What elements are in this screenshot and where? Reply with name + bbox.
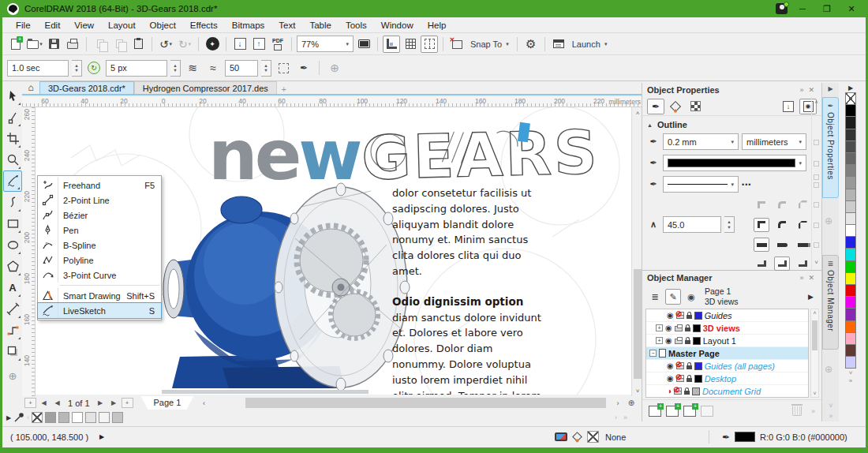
snap-off-button[interactable] (448, 36, 466, 53)
layer-name[interactable]: Layout 1 (703, 336, 736, 346)
menu-window[interactable]: Window (374, 17, 421, 33)
layer-row-layout-1[interactable]: + ◉ Layout 1 (646, 335, 808, 347)
outline-width-combo[interactable]: 0.2 mm ▾ (663, 133, 739, 150)
expand-icon[interactable]: + (656, 324, 663, 331)
scroll-to-section-button[interactable]: ↓ (780, 99, 797, 114)
color-swatch[interactable] (85, 412, 96, 423)
pick-tool[interactable] (3, 85, 22, 107)
timer-field[interactable]: 1.0 sec (7, 60, 69, 77)
new-master-layer-button[interactable]: + (683, 406, 696, 417)
new-page-button[interactable]: + (649, 406, 661, 417)
round-corner-button[interactable] (774, 218, 790, 232)
palette-swatch[interactable] (845, 212, 856, 225)
visibility-icon[interactable]: ◉ (665, 324, 672, 332)
layer-name[interactable]: Guides (all pages) (705, 361, 775, 371)
docker-close-icon[interactable]: ✕ (806, 274, 817, 282)
artistic-media-tool[interactable] (3, 192, 22, 213)
menu-layout[interactable]: Layout (101, 17, 143, 33)
save-button[interactable] (45, 36, 62, 53)
no-color-swatch[interactable] (845, 92, 856, 105)
outline-style-combo[interactable]: ▾ (663, 176, 739, 193)
visibility-half-icon[interactable]: ◑ (667, 387, 672, 395)
search-content-button[interactable]: ✦ (204, 36, 221, 53)
vertical-scroll-thumb[interactable] (634, 269, 642, 379)
palette-swatch[interactable] (845, 104, 856, 117)
layer-name[interactable]: Desktop (705, 374, 736, 384)
color-swatch[interactable] (72, 412, 83, 423)
next-page-button[interactable]: ▶ (95, 398, 107, 408)
bevel-corner-button[interactable] (795, 218, 810, 232)
color-swatch[interactable] (45, 412, 56, 423)
smoothness-field[interactable]: 50 (225, 60, 258, 77)
layer-manager-view-button[interactable]: ≣ (647, 289, 663, 305)
edit-across-layers-button[interactable]: ✎ (665, 289, 681, 305)
shape-tool[interactable] (3, 107, 22, 128)
crop-tool[interactable] (3, 128, 22, 149)
color-swatch[interactable] (112, 412, 123, 423)
object-manager-vertical-tab[interactable]: ≣ Object Manager (822, 255, 839, 350)
flyout-item-pen[interactable]: Pen (38, 223, 161, 238)
docker-close-icon[interactable]: ✕ (806, 86, 817, 94)
home-tab-icon[interactable]: ⌂ (22, 81, 39, 94)
flyout-item-smart-drawing[interactable]: Smart DrawingShift+S (38, 288, 161, 303)
palette-swatch[interactable] (845, 152, 856, 165)
new-document-tab-button[interactable]: + (277, 84, 291, 94)
menu-object[interactable]: Object (143, 17, 183, 33)
vertical-ruler[interactable]: 260 240 220 200 180 160 140 (22, 107, 36, 396)
palette-swatch[interactable] (845, 248, 856, 260)
lock-closed-icon[interactable] (684, 391, 690, 395)
flyout-item-livesketch[interactable]: LiveSketchS (38, 303, 161, 318)
palette-swatch[interactable] (845, 189, 856, 201)
add-docker-icon[interactable]: ⊕ (825, 364, 832, 375)
outline-tab[interactable]: ✒ (647, 99, 664, 114)
scroll-left-icon[interactable]: ‹ (198, 397, 209, 409)
zoom-to-fit-icon[interactable]: ⊕ (625, 397, 638, 409)
palette-scroll-right-icon[interactable]: › (615, 414, 617, 421)
page-tab[interactable]: Page 1 (141, 396, 194, 410)
outline-outside-button[interactable] (754, 256, 769, 271)
palette-swatch[interactable] (845, 224, 856, 237)
previous-page-button[interactable]: ◀ (51, 398, 63, 408)
visibility-icon[interactable]: ◉ (667, 312, 674, 320)
palette-expand-icon[interactable]: » (849, 377, 852, 385)
layer-row-document-grid[interactable]: ◑ Document Grid (646, 385, 808, 398)
lock-icon[interactable] (687, 315, 692, 319)
palette-swatch[interactable] (845, 320, 856, 333)
canvas-horizontal-scrollbar[interactable]: ‹ › ⊕ (198, 397, 638, 409)
last-page-button[interactable]: ▶ (108, 398, 120, 408)
menu-edit[interactable]: Edit (38, 17, 68, 33)
layer-name[interactable]: Guides (705, 311, 732, 320)
fullscreen-preview-button[interactable] (355, 36, 372, 53)
menu-view[interactable]: View (67, 17, 101, 33)
layer-name[interactable]: Master Page (668, 349, 720, 358)
layer-tree-scrollbar[interactable]: ˄ ˅ (810, 309, 819, 398)
layer-color-swatch[interactable] (692, 387, 700, 395)
layer-name[interactable]: Document Grid (702, 387, 761, 396)
layer-color-swatch[interactable] (694, 362, 702, 370)
miter-corner-button[interactable] (754, 218, 769, 232)
first-page-button[interactable]: ◀ (38, 398, 50, 408)
minimize-button[interactable]: ─ (793, 2, 812, 16)
horizontal-scroll-thumb[interactable] (245, 398, 606, 408)
menu-table[interactable]: Table (302, 17, 339, 33)
palette-swatch[interactable] (845, 140, 856, 153)
fill-tab[interactable] (667, 99, 684, 114)
outline-units-combo[interactable]: millimeters ▾ (742, 133, 806, 150)
layer-row-master-page[interactable]: − Master Page (646, 347, 808, 360)
cut-button[interactable] (92, 36, 109, 53)
color-swatch[interactable] (99, 412, 110, 423)
layer-color-swatch[interactable] (694, 312, 702, 320)
launch-dropdown[interactable]: Launch ▾ (569, 36, 611, 53)
lock-icon[interactable] (685, 340, 690, 344)
curve-tool[interactable] (3, 170, 22, 192)
dimension-tool[interactable] (3, 298, 22, 320)
timer-reset-button[interactable]: ↻ (85, 59, 103, 77)
visibility-icon[interactable]: ◉ (665, 337, 672, 345)
options-button[interactable]: ⚙ (522, 36, 540, 53)
document-tab-inactive[interactable]: Hydrogen Compressor 2017.des (134, 81, 277, 94)
show-object-properties-button[interactable]: ◉ (683, 289, 699, 305)
round-cap-button[interactable] (774, 238, 790, 252)
menu-tools[interactable]: Tools (339, 17, 374, 33)
snap-to-dropdown[interactable]: Snap To ▾ (467, 36, 512, 53)
palette-swatch[interactable] (845, 129, 856, 141)
